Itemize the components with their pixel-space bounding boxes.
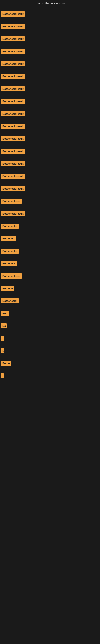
bottleneck-row: Bottleneck result — [0, 132, 100, 145]
bottleneck-badge[interactable]: Bottleneck result — [1, 36, 25, 42]
bottleneck-row: Bottleneck — [0, 257, 100, 270]
bottleneck-badge[interactable]: Bottleneck result — [1, 124, 25, 129]
bottleneck-badge[interactable]: Bottleneck result — [1, 99, 25, 104]
bottleneck-badge[interactable]: Bottlene — [1, 286, 14, 291]
bottleneck-row: | — [0, 370, 100, 382]
bottleneck-badge[interactable]: Bottleneck result — [1, 149, 25, 154]
rows-container: Bottleneck resultBottleneck resultBottle… — [0, 8, 100, 382]
bottleneck-badge[interactable]: Bottleneck result — [1, 161, 25, 166]
bottleneck-row: B — [0, 344, 100, 357]
bottleneck-badge[interactable]: | — [1, 336, 4, 341]
bottleneck-badge[interactable]: Bottleneck res — [1, 274, 22, 278]
bottleneck-badge[interactable]: Bottlenec — [1, 236, 16, 241]
bottleneck-row: Bottleneck result — [0, 108, 100, 120]
bottleneck-badge[interactable]: B — [1, 348, 4, 354]
bottleneck-row: | — [0, 332, 100, 344]
bottleneck-row: Bottleneck result — [0, 207, 100, 220]
bottleneck-row: Bottleneck result — [0, 182, 100, 195]
bottleneck-row: Bottleneck res — [0, 195, 100, 207]
bottleneck-badge[interactable]: Bottleneck r — [1, 248, 19, 254]
bottleneck-badge[interactable]: Bottleneck res — [1, 199, 22, 204]
bottleneck-badge[interactable]: Bottleneck result — [1, 62, 25, 66]
bottleneck-row: Bottleneck result — [0, 158, 100, 170]
bottleneck-badge[interactable]: Bottleneck r — [1, 298, 19, 304]
bottleneck-row: Bottle — [0, 357, 100, 370]
bottleneck-row: Bottleneck result — [0, 20, 100, 32]
bottleneck-row: Bottleneck result — [0, 70, 100, 82]
bottleneck-row: Bottleneck res — [0, 270, 100, 282]
bottleneck-badge[interactable]: Bo — [1, 324, 7, 328]
bottleneck-badge[interactable]: Bottleneck result — [1, 174, 25, 179]
bottleneck-badge[interactable]: Bott — [1, 311, 9, 316]
bottleneck-row: Bottlene — [0, 282, 100, 295]
bottleneck-row: Bottleneck result — [0, 8, 100, 20]
bottleneck-row: Bottleneck result — [0, 95, 100, 108]
bottleneck-badge[interactable]: Bottleneck result — [1, 211, 25, 216]
bottleneck-row: Bottleneck r — [0, 295, 100, 307]
bottleneck-badge[interactable]: Bottleneck result — [1, 86, 25, 91]
bottleneck-row: Bottleneck result — [0, 170, 100, 182]
bottleneck-badge[interactable]: Bottleneck result — [1, 111, 25, 116]
bottleneck-badge[interactable]: Bottleneck result — [1, 49, 25, 54]
bottleneck-row: Bottleneck result — [0, 82, 100, 95]
bottleneck-row: Bottleneck result — [0, 45, 100, 58]
bottleneck-row: Bottleneck result — [0, 145, 100, 158]
bottleneck-row: Bottlenec — [0, 232, 100, 245]
bottleneck-row: Bottleneck result — [0, 32, 100, 45]
bottleneck-row: Bo — [0, 320, 100, 332]
bottleneck-row: Bottleneck result — [0, 58, 100, 70]
site-title: TheBottlenecker.com — [0, 0, 100, 8]
bottleneck-badge[interactable]: | — [1, 373, 4, 378]
bottleneck-badge[interactable]: Bottleneck result — [1, 136, 25, 141]
bottleneck-badge[interactable]: Bottle — [1, 361, 11, 366]
bottleneck-row: Bottleneck result — [0, 120, 100, 132]
bottleneck-row: Bottleneck r — [0, 220, 100, 232]
bottleneck-badge[interactable]: Bottleneck result — [1, 74, 25, 79]
bottleneck-row: Bott — [0, 307, 100, 320]
bottleneck-badge[interactable]: Bottleneck — [1, 261, 17, 266]
bottleneck-badge[interactable]: Bottleneck result — [1, 24, 25, 29]
bottleneck-badge[interactable]: Bottleneck result — [1, 12, 25, 16]
bottleneck-badge[interactable]: Bottleneck r — [1, 224, 19, 228]
bottleneck-row: Bottleneck r — [0, 245, 100, 257]
bottleneck-badge[interactable]: Bottleneck result — [1, 186, 25, 191]
